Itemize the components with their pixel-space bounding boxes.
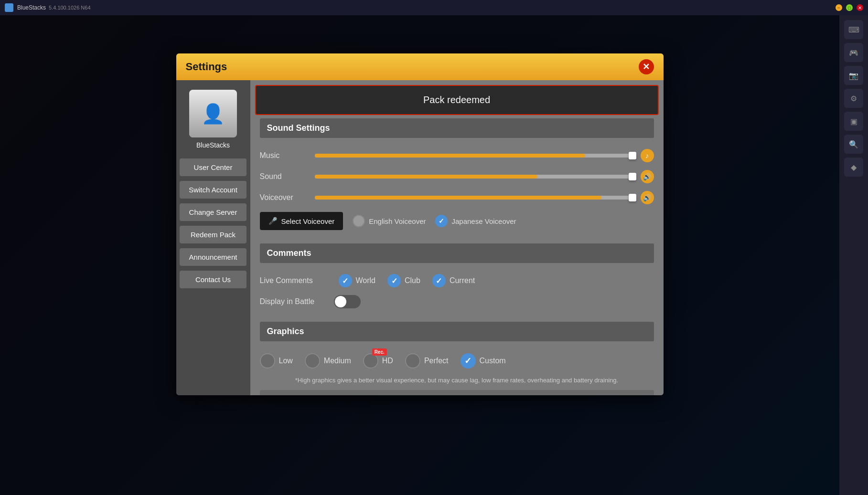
graphics-options: Low Medium Rec. HD: [260, 348, 654, 373]
macro-tool[interactable]: ◆: [844, 158, 863, 177]
graphics-note: *High graphics gives a better visual exp…: [260, 373, 654, 390]
contact-us-button[interactable]: Contact Us: [180, 271, 246, 288]
minimize-button[interactable]: −: [836, 4, 842, 11]
hfr-row: HFR: [260, 390, 654, 396]
current-checkbox[interactable]: ✓: [432, 274, 446, 287]
graphics-medium-option[interactable]: Medium: [305, 353, 351, 369]
settings-title: Settings: [186, 61, 227, 73]
voiceover-label: Voiceover: [260, 193, 308, 202]
music-row: Music ♪: [260, 145, 654, 166]
avatar-name: BlueStacks: [196, 141, 230, 149]
graphics-hd-option[interactable]: Rec. HD: [363, 353, 393, 369]
club-label: Club: [405, 276, 420, 285]
settings-window: Settings ✕ 👤 BlueStacks User Center Swit…: [176, 53, 664, 395]
bluestacks-logo: [5, 3, 13, 12]
japanese-voiceover-radio[interactable]: ✓: [435, 215, 448, 227]
avatar-image: 👤: [189, 90, 237, 137]
club-option[interactable]: ✓ Club: [387, 274, 420, 287]
live-comments-row: Live Comments ✓ World ✓ Club ✓ Current: [260, 270, 654, 291]
sound-slider-fill: [315, 175, 538, 179]
music-label: Music: [260, 151, 308, 160]
japanese-voiceover-option[interactable]: ✓ Japanese Voiceover: [435, 215, 516, 227]
display-in-battle-knob: [335, 296, 346, 307]
graphics-medium-radio[interactable]: [305, 353, 320, 369]
music-slider-track[interactable]: [315, 154, 633, 158]
graphics-perfect-option[interactable]: Perfect: [405, 353, 449, 369]
rec-badge: Rec.: [372, 348, 387, 356]
graphics-low-radio[interactable]: [260, 353, 275, 369]
change-server-button[interactable]: Change Server: [180, 203, 246, 221]
toast-message: Pack redeemed: [423, 95, 490, 105]
graphics-custom-label: Custom: [480, 357, 506, 365]
graphics-custom-option[interactable]: ✓ Custom: [461, 353, 506, 369]
sound-label: Sound: [260, 172, 308, 181]
world-checkbox[interactable]: ✓: [339, 274, 352, 287]
maximize-button[interactable]: □: [846, 4, 853, 11]
window-controls: − □ ✕: [836, 4, 863, 11]
announcement-button[interactable]: Announcement: [180, 248, 246, 266]
bluestacks-sidebar: ⌨ 🎮 📷 ⚙ ▣ 🔍 ◆: [839, 15, 868, 495]
keyboard-tool[interactable]: ⌨: [844, 20, 863, 39]
live-comments-label: Live Comments: [260, 276, 327, 285]
switch-account-button[interactable]: Switch Account: [180, 181, 246, 199]
voiceover-slider-thumb[interactable]: [629, 194, 636, 201]
avatar-area: 👤 BlueStacks: [189, 90, 237, 149]
sound-slider-thumb[interactable]: [629, 173, 636, 180]
settings-tool[interactable]: ⚙: [844, 89, 863, 108]
graphics-medium-label: Medium: [324, 357, 351, 365]
settings-close-button[interactable]: ✕: [639, 59, 654, 74]
titlebar: BlueStacks 5.4.100.1026 N64 − □ ✕: [0, 0, 868, 15]
search-tool[interactable]: 🔍: [844, 135, 863, 154]
graphics-section: Graphics Low Medium: [260, 322, 654, 395]
display-in-battle-row: Display in Battle: [260, 291, 654, 312]
current-label: Current: [450, 276, 475, 285]
sound-volume-icon[interactable]: 🔊: [641, 170, 654, 183]
voiceover-slider-fill: [315, 196, 601, 200]
select-voiceover-button[interactable]: 🎤 Select Voiceover: [260, 212, 343, 230]
graphics-hd-radio[interactable]: Rec.: [363, 353, 378, 369]
music-slider-fill: [315, 154, 586, 158]
voiceover-slider-container[interactable]: [315, 196, 633, 200]
comments-header: Comments: [260, 243, 654, 263]
sound-slider-track[interactable]: [315, 175, 633, 179]
world-option[interactable]: ✓ World: [339, 274, 376, 287]
graphics-low-option[interactable]: Low: [260, 353, 293, 369]
graphics-header: Graphics: [260, 322, 654, 341]
sound-settings-header: Sound Settings: [260, 118, 654, 138]
voiceover-slider-track[interactable]: [315, 196, 633, 200]
gamepad-tool[interactable]: 🎮: [844, 43, 863, 62]
world-label: World: [356, 276, 376, 285]
toast-notification: Pack redeemed: [255, 85, 659, 115]
music-slider-thumb[interactable]: [629, 152, 636, 159]
english-voiceover-option[interactable]: English Voiceover: [353, 215, 426, 227]
display-in-battle-toggle[interactable]: [334, 295, 361, 308]
sound-slider-container[interactable]: [315, 175, 633, 179]
voiceover-volume-icon[interactable]: 🔊: [641, 191, 654, 204]
comments-section: Comments Live Comments ✓ World ✓ Club: [260, 243, 654, 312]
club-checkbox[interactable]: ✓: [387, 274, 401, 287]
current-option[interactable]: ✓ Current: [432, 274, 475, 287]
graphics-low-label: Low: [279, 357, 293, 365]
music-slider-container[interactable]: [315, 154, 633, 158]
user-center-button[interactable]: User Center: [180, 158, 246, 176]
sound-settings-section: Sound Settings Music ♪: [260, 118, 654, 234]
english-voiceover-radio[interactable]: [353, 215, 365, 227]
window-close-button[interactable]: ✕: [857, 4, 863, 11]
display-in-battle-label: Display in Battle: [260, 297, 327, 306]
settings-titlebar: Settings ✕: [176, 53, 664, 80]
screenshot-tool[interactable]: 📷: [844, 66, 863, 85]
microphone-icon: 🎤: [268, 217, 278, 225]
screen-tool[interactable]: ▣: [844, 112, 863, 131]
settings-nav: 👤 BlueStacks User Center Switch Account …: [176, 80, 250, 395]
english-voiceover-label: English Voiceover: [369, 217, 426, 225]
app-name: BlueStacks: [17, 4, 46, 11]
music-volume-icon[interactable]: ♪: [641, 149, 654, 162]
graphics-perfect-radio[interactable]: [405, 353, 420, 369]
settings-body: 👤 BlueStacks User Center Switch Account …: [176, 80, 664, 395]
redeem-pack-button[interactable]: Redeem Pack: [180, 226, 246, 243]
sound-row: Sound 🔊: [260, 166, 654, 187]
japanese-voiceover-label: Japanese Voiceover: [451, 217, 516, 225]
graphics-perfect-label: Perfect: [424, 357, 449, 365]
select-voiceover-row: 🎤 Select Voiceover English Voiceover ✓ J…: [260, 208, 654, 234]
graphics-custom-radio[interactable]: ✓: [461, 353, 476, 369]
